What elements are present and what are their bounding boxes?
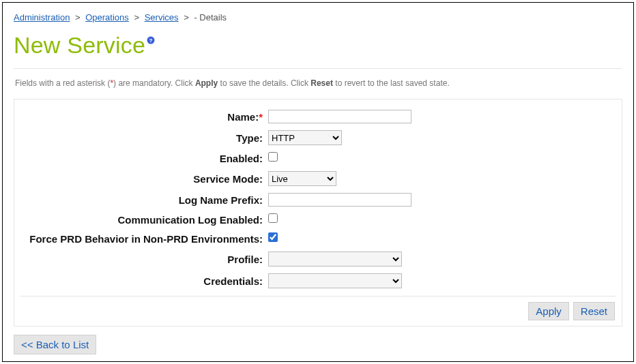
profile-select[interactable] [268, 252, 402, 267]
comm-log-label: Communication Log Enabled: [118, 214, 263, 226]
type-label: Type: [236, 132, 263, 144]
credentials-select[interactable] [268, 273, 402, 288]
breadcrumb-sep: > [134, 12, 139, 22]
type-select[interactable]: HTTP [268, 130, 342, 145]
svg-text:?: ? [149, 37, 153, 44]
breadcrumb: Administration > Operations > Services >… [14, 11, 622, 27]
force-prd-label: Force PRD Behavior in Non-PRD Environmen… [29, 233, 263, 245]
divider [14, 68, 622, 69]
breadcrumb-administration[interactable]: Administration [14, 12, 70, 22]
breadcrumb-sep: > [75, 12, 81, 22]
breadcrumb-current: - Details [194, 12, 227, 22]
force-prd-checkbox[interactable] [268, 232, 278, 242]
breadcrumb-services[interactable]: Services [145, 12, 179, 22]
log-prefix-label: Log Name Prefix: [179, 194, 263, 206]
service-mode-select[interactable]: Live [268, 171, 336, 186]
credentials-label: Credentials: [203, 275, 263, 287]
profile-label: Profile: [227, 254, 263, 265]
name-label: Name: [227, 111, 259, 123]
service-mode-label: Service Mode: [193, 173, 263, 185]
back-to-list-button[interactable]: << Back to List [14, 335, 96, 354]
name-field[interactable] [268, 110, 411, 123]
enabled-checkbox[interactable] [268, 152, 278, 162]
hint-text: Fields with a red asterisk (*) are manda… [14, 74, 622, 99]
apply-button[interactable]: Apply [528, 302, 569, 320]
log-prefix-field[interactable] [268, 193, 411, 207]
enabled-label: Enabled: [220, 153, 263, 164]
page-title: New Service [14, 32, 145, 59]
required-asterisk: * [259, 111, 263, 123]
breadcrumb-operations[interactable]: Operations [85, 12, 129, 22]
comm-log-checkbox[interactable] [268, 213, 278, 223]
help-icon[interactable]: ? [147, 36, 155, 44]
reset-button[interactable]: Reset [573, 302, 615, 320]
breadcrumb-sep: > [184, 12, 189, 22]
form-panel: Name:* Type: HTTP Enabled: Service Mode: [14, 99, 622, 327]
